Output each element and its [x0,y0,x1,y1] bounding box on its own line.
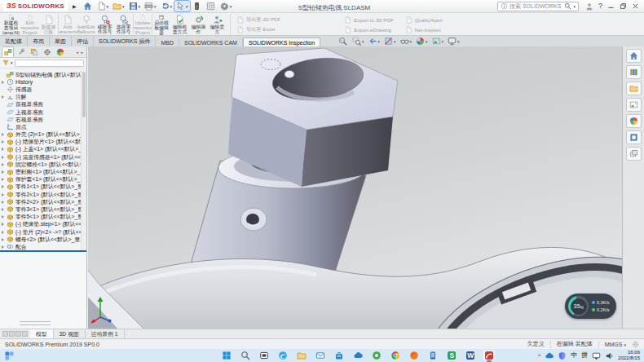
tree-item[interactable]: 注解 [0,94,81,101]
taskbar-app-icon[interactable] [483,350,496,361]
quick-access-button[interactable]: ▾ [143,1,158,11]
filter-caret-icon[interactable]: ▾ [11,60,13,65]
dropdown-caret-icon[interactable]: ▾ [362,39,364,44]
speaker-icon[interactable] [605,351,614,360]
command-tab[interactable]: 评估 [72,36,94,46]
panel-tab[interactable] [15,46,27,57]
cast-monitor-icon[interactable] [592,351,601,360]
command-tab[interactable]: SOLIDWORKS 插件 [94,36,156,46]
taskbar-app-icon[interactable] [333,350,346,361]
security-shield-icon[interactable] [558,351,567,360]
ribbon-button[interactable]: Edit Inspection Project [20,14,39,35]
ribbon-button[interactable]: Add/Edit Balloons [77,14,95,35]
pane-grip-line[interactable] [20,321,51,322]
tree-item[interactable]: 零件2<1> (默认<<默认>_显示状 [0,191,81,198]
task-pane-tab[interactable] [626,147,642,161]
taskbar-app-icon[interactable] [351,350,364,361]
export-menu-item[interactable]: Net-Inspect [405,26,443,33]
quick-access-button[interactable] [191,1,204,11]
tree-item[interactable]: (-) 上盖<1> (默认<<默认>_显示状 [0,146,81,153]
tree-item[interactable]: (-) 垫片 (2)<2> ->? (默认<<默认> [0,228,81,236]
ribbon-button[interactable]: 新建检 查项目 (amp;N) [2,14,20,35]
panel-tab[interactable] [54,46,66,57]
quick-access-button[interactable]: ▾ [95,1,111,11]
taskbar-app-icon[interactable] [464,350,477,361]
search-icon[interactable] [564,2,571,10]
dropdown-caret-icon[interactable]: ▾ [457,39,460,44]
tree-item[interactable]: 螺母<2> (默认<<默认>_显示状态 [0,236,81,243]
tab-nav-square[interactable] [22,331,28,337]
graphics-viewport[interactable]: 35% 0.3K/s 0.2K/s [88,46,622,329]
ribbon-button[interactable]: 选择零 件序号 [114,14,133,35]
pane-grip-line[interactable] [20,324,51,325]
taskbar-app-icon[interactable] [239,350,252,361]
ime-mode-indicator[interactable]: 拼 [581,352,588,359]
tree-item[interactable]: 上视基准面 [0,108,81,116]
document-tab[interactable]: 3D 视图 [54,329,86,338]
quick-access-button[interactable] [205,1,218,11]
heads-up-button[interactable]: ▾ [448,37,460,46]
tab-nav-square[interactable] [9,331,15,337]
ribbon-button[interactable]: Add Characteristic [58,14,77,35]
dropdown-caret-icon[interactable]: ▾ [378,39,381,44]
command-tab[interactable]: 布局 [28,36,50,46]
quick-access-button[interactable]: ▾ [159,1,174,11]
search-caret-icon[interactable]: ▾ [573,4,576,9]
tree-scrollbar[interactable] [81,70,86,250]
panel-tab-arrows[interactable]: ◂ ▸ [77,50,86,55]
heads-up-button[interactable]: ▾ [432,37,444,46]
tree-item[interactable]: 零件3<1> (默认<<默认>_显示状 [0,205,81,213]
dropdown-caret-icon[interactable]: ▾ [139,4,141,9]
tree-item[interactable]: 零件5<1> (默认<<默认>_显示状 [0,214,81,221]
taskbar-app-icon[interactable] [314,350,327,361]
document-tab[interactable]: 运动算例 1 [86,329,125,338]
tree-item[interactable]: 密封圈<1> (默认<<默认>_显示状 [0,168,81,175]
menu-flyout-icon[interactable]: ▶ [73,3,77,9]
tree-item[interactable]: S型铂铑热电偶 (默认<默认_显示状态-1 [0,71,81,78]
export-menu-item[interactable]: QualityXpert [405,16,443,24]
quick-access-button[interactable]: ▾ [127,1,143,11]
ribbon-button[interactable]: 编辑操 作 [189,14,208,35]
dropdown-caret-icon[interactable]: ▾ [186,4,188,9]
quick-access-button[interactable] [82,1,95,11]
ribbon-button[interactable]: 编辑卖 方 [208,14,227,35]
search-box[interactable]: 搜索 SOLIDWORKS 帮助 ▾ [497,2,579,11]
task-pane-tab[interactable] [626,130,642,144]
tree-item[interactable]: 前视基准面 [0,101,81,108]
taskbar-app-icon[interactable] [408,350,421,361]
login-person-icon[interactable] [585,2,593,11]
task-pane-tab[interactable] [626,65,642,79]
tree-item[interactable]: 零件1<1> (默认<<默认>_显示状态 [0,183,81,191]
taskbar-app-icon[interactable] [426,350,439,361]
scrollbar-thumb[interactable] [82,72,86,117]
export-menu-item[interactable]: Export eDrawing [344,26,394,33]
taskbar-app-icon[interactable] [258,350,271,361]
taskbar-clock[interactable]: 16:06 2022/8/15 [618,350,640,361]
task-pane-tab[interactable] [626,82,642,95]
tree-item[interactable]: 右视基准面 [0,116,81,123]
taskbar-app-icon[interactable] [370,350,383,361]
unit-system[interactable]: MMGS▾ [605,342,626,347]
heads-up-button[interactable]: ▾ [368,37,381,46]
tree-item[interactable]: (-) 温度传感器<1> (默认<<默认>_ [0,153,81,161]
task-pane-tab[interactable] [626,114,642,128]
ribbon-button[interactable]: 新建修 订版 [39,14,58,35]
widgets-icon[interactable] [4,351,15,361]
tree-item[interactable]: 原点 [0,123,81,130]
filter-funnel-icon[interactable] [2,60,9,66]
taskbar-app-icon[interactable] [445,350,458,361]
heads-up-button[interactable] [338,37,348,46]
command-tab[interactable]: SOLIDWORKS CAM [179,38,243,46]
export-menu-item[interactable]: 导出至 Excel [236,26,333,33]
restore-icon[interactable] [620,2,627,10]
command-tab[interactable]: MBD [156,38,179,46]
heads-up-button[interactable]: ▾ [416,37,428,46]
command-tab[interactable]: SOLIDWORKS Inspection [243,38,320,46]
hidden-icons-caret[interactable]: ^ [538,353,540,359]
tree-item[interactable]: 固定螺栓<1> (默认<<默认>_显示 [0,161,81,168]
tree-item[interactable]: 配合 [0,243,81,250]
tree-item[interactable]: History [0,78,81,86]
tree-item[interactable]: 保护套<1> (默认<<默认>_显示状 [0,176,81,183]
task-pane-tab[interactable] [626,98,642,112]
dropdown-caret-icon[interactable]: ▾ [442,39,444,44]
